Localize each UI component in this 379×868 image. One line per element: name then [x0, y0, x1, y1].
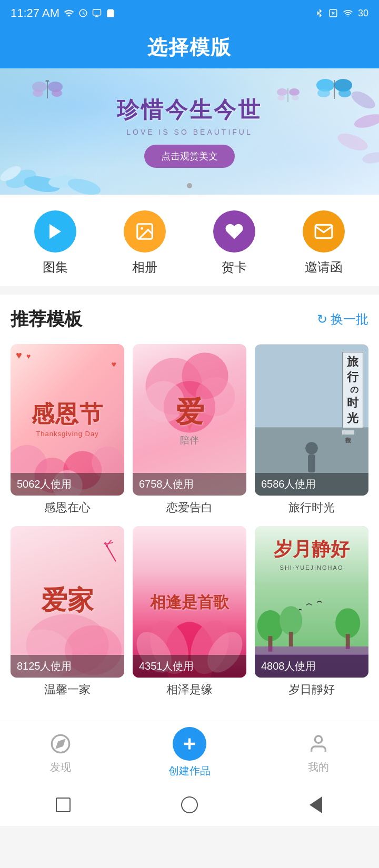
alarm-icon	[78, 8, 88, 18]
butterfly-1	[32, 76, 63, 103]
system-home-button[interactable]	[179, 794, 200, 815]
svg-rect-46	[308, 455, 315, 472]
nav-item-create[interactable]: 创建作品	[168, 727, 211, 778]
template-grid-row1: ♥ ♥ ♥ 感恩节 Thanksgiving Day 5062人使用 感恩在心	[11, 344, 368, 518]
template-name-2: 恋爱告白	[133, 500, 246, 518]
category-icon-tujii	[34, 210, 76, 253]
system-recent-button[interactable]	[53, 794, 74, 815]
svg-point-15	[277, 88, 287, 96]
svg-point-59	[335, 608, 360, 638]
notification-icon	[106, 8, 115, 18]
template-card-6-img: 岁月静好 SHI·YUEJINGHAO 4808人使用	[255, 526, 368, 678]
category-item-xiangce[interactable]: 相册	[124, 210, 166, 276]
nav-icon-discover	[47, 731, 74, 757]
category-label-xiangce: 相册	[132, 259, 157, 276]
home-icon	[181, 796, 198, 813]
section-title: 推荐模板	[11, 307, 82, 331]
close-icon	[328, 8, 338, 18]
template-usage-1: 5062人使用	[11, 473, 124, 496]
category-item-tujii[interactable]: 图集	[34, 210, 76, 276]
template-card-1-img: ♥ ♥ ♥ 感恩节 Thanksgiving Day 5062人使用	[11, 344, 124, 496]
status-left: 11:27 AM	[11, 6, 115, 20]
system-navigation-bar	[0, 784, 379, 826]
svg-rect-0	[93, 9, 101, 15]
template-usage-4: 8125人使用	[11, 655, 124, 678]
nav-icon-create	[173, 727, 206, 761]
svg-marker-64	[57, 740, 64, 748]
svg-point-8	[52, 89, 62, 97]
template-card-1[interactable]: ♥ ♥ ♥ 感恩节 Thanksgiving Day 5062人使用 感恩在心	[11, 344, 124, 518]
bottom-navigation: 发现 创建作品 我的	[0, 721, 379, 784]
template-usage-6: 4808人使用	[255, 655, 368, 678]
svg-rect-58	[289, 632, 293, 646]
bluetooth-icon	[315, 8, 324, 18]
category-label-yaoqinghan: 邀请函	[305, 259, 343, 276]
banner[interactable]: 珍惜今生今世 LOVE IS SO BEAUTIFUL 点击观赏美文	[0, 68, 379, 195]
svg-point-57	[280, 606, 302, 635]
page-title: 选择模版	[147, 34, 232, 61]
svg-marker-29	[49, 224, 61, 239]
svg-point-31	[141, 227, 143, 230]
template-usage-2: 6758人使用	[133, 473, 246, 496]
butterfly-3	[276, 84, 300, 104]
flowers-left	[0, 132, 105, 195]
svg-point-16	[289, 88, 300, 96]
recent-apps-icon	[56, 798, 71, 812]
template-card-3[interactable]: 旅 行 の 时 光 我在旅行 6586人使用 旅行时光	[255, 344, 368, 518]
refresh-icon: ↻	[317, 312, 327, 327]
battery-display: 30	[358, 8, 368, 19]
svg-point-17	[277, 95, 285, 100]
refresh-label: 换一批	[331, 311, 368, 328]
nav-item-discover[interactable]: 发现	[47, 731, 74, 774]
nav-label-mine: 我的	[308, 760, 329, 774]
section-header: 推荐模板 ↻ 换一批	[11, 307, 368, 331]
category-item-yaoqinghan[interactable]: 邀请函	[303, 210, 345, 276]
template-name-5: 相泽是缘	[133, 682, 246, 700]
template-name-6: 岁日靜好	[255, 682, 368, 700]
svg-point-27	[335, 130, 370, 154]
template-name-3: 旅行时光	[255, 500, 368, 518]
template-card-4[interactable]: ✂ 爱家 8125人使用 温馨一家	[11, 526, 124, 700]
svg-point-26	[353, 112, 379, 130]
nav-item-mine[interactable]: 我的	[305, 731, 332, 774]
signal-icon	[64, 8, 74, 18]
svg-point-28	[362, 150, 379, 165]
svg-point-45	[305, 442, 318, 455]
banner-cta-button[interactable]: 点击观赏美文	[144, 145, 235, 168]
category-icon-xiangce	[124, 210, 166, 253]
categories-section: 图集 相册 贺卡 邀请函	[0, 195, 379, 286]
template-usage-5: 4351人使用	[133, 655, 246, 678]
svg-point-25	[348, 88, 377, 112]
system-back-button[interactable]	[305, 794, 326, 815]
template-usage-3: 6586人使用	[255, 473, 368, 496]
banner-content: 珍惜今生今世 LOVE IS SO BEAUTIFUL 点击观赏美文	[117, 95, 262, 168]
recommended-section: 推荐模板 ↻ 换一批 ♥	[0, 295, 379, 721]
nav-icon-mine	[305, 731, 332, 757]
nav-label-discover: 发现	[50, 760, 71, 774]
template-card-2[interactable]: ♥ 爱 陪伴 6758人使用 恋爱告白	[133, 344, 246, 518]
banner-dot-indicator	[187, 183, 192, 188]
page-header: 选择模版	[0, 26, 379, 68]
template-card-6[interactable]: 岁月静好 SHI·YUEJINGHAO 4808人使用 岁日靜好	[255, 526, 368, 700]
template-card-5[interactable]: 相逢是首歌 4351人使用 相泽是缘	[133, 526, 246, 700]
category-item-heka[interactable]: 贺卡	[213, 210, 255, 276]
template-card-3-img: 旅 行 の 时 光 我在旅行 6586人使用	[255, 344, 368, 496]
template-card-2-img: ♥ 爱 陪伴 6758人使用	[133, 344, 246, 496]
category-label-heka: 贺卡	[222, 259, 247, 276]
template-name-4: 温馨一家	[11, 682, 124, 700]
wifi-icon	[342, 8, 354, 18]
template-card-5-img: 相逢是首歌 4351人使用	[133, 526, 246, 678]
refresh-action[interactable]: ↻ 换一批	[317, 311, 368, 328]
template-name-1: 感恩在心	[11, 500, 124, 518]
svg-point-67	[315, 736, 322, 743]
nav-label-create: 创建作品	[168, 764, 211, 778]
status-right: 30	[315, 8, 368, 19]
template-card-4-img: ✂ 爱家 8125人使用	[11, 526, 124, 678]
template-grid-row2: ✂ 爱家 8125人使用 温馨一家	[11, 526, 368, 700]
status-bar: 11:27 AM 30	[0, 0, 379, 26]
category-label-tujii: 图集	[43, 259, 68, 276]
back-icon	[310, 796, 322, 813]
svg-point-7	[33, 89, 43, 97]
time-display: 11:27 AM	[11, 6, 59, 20]
section-divider	[0, 286, 379, 295]
